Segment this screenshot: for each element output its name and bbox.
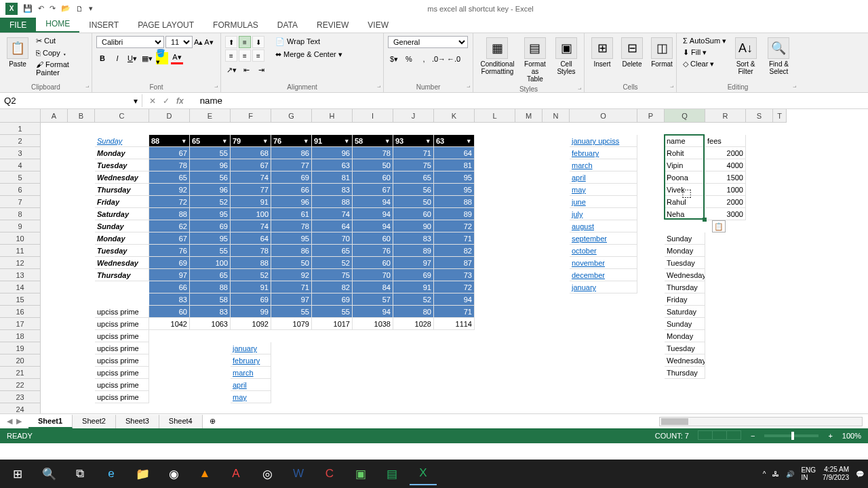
cell-Q20[interactable]: Wednesday: [665, 354, 705, 367]
select-all-corner[interactable]: [0, 109, 41, 123]
cell-K4[interactable]: 81: [434, 159, 475, 171]
cell-O6[interactable]: may: [570, 184, 637, 196]
row-header-16[interactable]: 16: [0, 306, 41, 318]
cell-D8[interactable]: 88: [149, 208, 190, 220]
cell-C12[interactable]: Wednesday: [95, 257, 149, 269]
cell-Q3[interactable]: Rohit: [665, 147, 705, 159]
cell-E11[interactable]: 55: [190, 245, 231, 257]
tab-insert[interactable]: INSERT: [79, 18, 128, 33]
cell-Q17[interactable]: Sunday: [665, 318, 705, 330]
orient-icon[interactable]: ↗▾: [225, 64, 237, 76]
zoom-in-icon[interactable]: +: [828, 432, 832, 440]
tab-view[interactable]: VIEW: [358, 18, 398, 33]
cell-O8[interactable]: july: [570, 208, 637, 220]
font-size-select[interactable]: 11: [165, 36, 193, 48]
cell-F6[interactable]: 77: [231, 184, 271, 196]
dec-indent-icon[interactable]: ⇤: [240, 64, 252, 76]
fill-handle[interactable]: [703, 218, 707, 222]
inc-indent-icon[interactable]: ⇥: [255, 64, 267, 76]
cell-E17[interactable]: 1063: [190, 318, 231, 330]
cell-R2[interactable]: fees: [705, 135, 746, 147]
cell-C8[interactable]: Saturday: [95, 208, 149, 220]
cell-R5[interactable]: 1500: [705, 171, 746, 184]
cell-Q6[interactable]: Vivek: [665, 184, 705, 196]
cell-I11[interactable]: 76: [353, 245, 393, 257]
increase-font-icon[interactable]: A▴: [194, 38, 203, 47]
cell-F13[interactable]: 52: [231, 269, 271, 281]
row-header-22[interactable]: 22: [0, 379, 41, 391]
dec-dec-icon[interactable]: ←.0: [448, 53, 460, 65]
row-header-10[interactable]: 10: [0, 232, 41, 245]
cell-D9[interactable]: 62: [149, 220, 190, 232]
row-header-2[interactable]: 2: [0, 135, 41, 147]
cell-K15[interactable]: 94: [434, 293, 475, 306]
cell-C20[interactable]: upciss prime: [95, 354, 149, 367]
horizontal-scrollbar[interactable]: [222, 417, 868, 426]
edge-icon[interactable]: e: [98, 462, 125, 485]
col-header-P[interactable]: P: [637, 109, 665, 123]
cell-G11[interactable]: 86: [271, 245, 312, 257]
number-format-select[interactable]: General: [388, 36, 468, 48]
percent-icon[interactable]: %: [403, 53, 415, 65]
cell-J8[interactable]: 60: [393, 208, 434, 220]
align-right-icon[interactable]: ≡: [252, 49, 264, 62]
col-header-C[interactable]: C: [95, 109, 149, 123]
cell-C22[interactable]: upciss prime: [95, 379, 149, 391]
cell-J12[interactable]: 97: [393, 257, 434, 269]
cell-G4[interactable]: 77: [271, 159, 312, 171]
autosum-button[interactable]: Σ AutoSum ▾: [681, 36, 728, 46]
cell-J6[interactable]: 56: [393, 184, 434, 196]
cell-O11[interactable]: october: [570, 245, 637, 257]
cell-G6[interactable]: 66: [271, 184, 312, 196]
cell-E4[interactable]: 96: [190, 159, 231, 171]
cell-D12[interactable]: 69: [149, 257, 190, 269]
cell-E8[interactable]: 95: [190, 208, 231, 220]
cell-K11[interactable]: 82: [434, 245, 475, 257]
cell-J17[interactable]: 1028: [393, 318, 434, 330]
vlc-icon[interactable]: ▲: [191, 462, 218, 485]
cell-E5[interactable]: 56: [190, 171, 231, 184]
cell-C9[interactable]: Sunday: [95, 220, 149, 232]
cell-I5[interactable]: 60: [353, 171, 393, 184]
sheet-nav-next-icon[interactable]: ▶: [16, 417, 22, 426]
sort-filter-button[interactable]: A↓Sort & Filter: [731, 36, 760, 77]
tab-formulas[interactable]: FORMULAS: [203, 18, 268, 33]
cell-H17[interactable]: 1017: [312, 318, 353, 330]
tray-network-icon[interactable]: 🖧: [772, 470, 779, 478]
cell-E14[interactable]: 88: [190, 281, 231, 293]
cell-Q13[interactable]: Wednesday: [665, 269, 705, 281]
cell-K3[interactable]: 64: [434, 147, 475, 159]
cell-F20[interactable]: february: [231, 354, 271, 367]
cell-F2[interactable]: 79▾: [231, 135, 271, 147]
cell-F16[interactable]: 99: [231, 306, 271, 318]
cell-H15[interactable]: 69: [312, 293, 353, 306]
cell-F15[interactable]: 69: [231, 293, 271, 306]
row-header-23[interactable]: 23: [0, 391, 41, 403]
paste-options-icon[interactable]: 📋: [712, 220, 726, 232]
cell-E16[interactable]: 83: [190, 306, 231, 318]
undo-icon[interactable]: ↶: [38, 4, 44, 13]
cell-G3[interactable]: 86: [271, 147, 312, 159]
cell-K7[interactable]: 88: [434, 196, 475, 208]
cell-K6[interactable]: 95: [434, 184, 475, 196]
cell-D5[interactable]: 65: [149, 171, 190, 184]
excel-taskbar-icon[interactable]: X: [410, 462, 437, 485]
align-center-icon[interactable]: ≡: [239, 49, 251, 62]
tray-lang[interactable]: ENGIN: [801, 466, 816, 481]
currency-icon[interactable]: $▾: [388, 53, 400, 65]
cell-D3[interactable]: 67: [149, 147, 190, 159]
cell-J2[interactable]: 93▾: [393, 135, 434, 147]
inc-dec-icon[interactable]: .0→: [433, 53, 445, 65]
cell-E9[interactable]: 69: [190, 220, 231, 232]
cell-C16[interactable]: upciss prime: [95, 306, 149, 318]
cancel-formula-icon[interactable]: ✕: [149, 96, 156, 106]
col-header-E[interactable]: E: [190, 109, 231, 123]
cell-K17[interactable]: 1114: [434, 318, 475, 330]
col-header-J[interactable]: J: [393, 109, 434, 123]
cell-G5[interactable]: 69: [271, 171, 312, 184]
align-bot-icon[interactable]: ⬇: [252, 36, 264, 48]
cell-E7[interactable]: 52: [190, 196, 231, 208]
cell-O5[interactable]: april: [570, 171, 637, 184]
cell-F19[interactable]: january: [231, 342, 271, 354]
cell-C18[interactable]: upciss prime: [95, 330, 149, 342]
